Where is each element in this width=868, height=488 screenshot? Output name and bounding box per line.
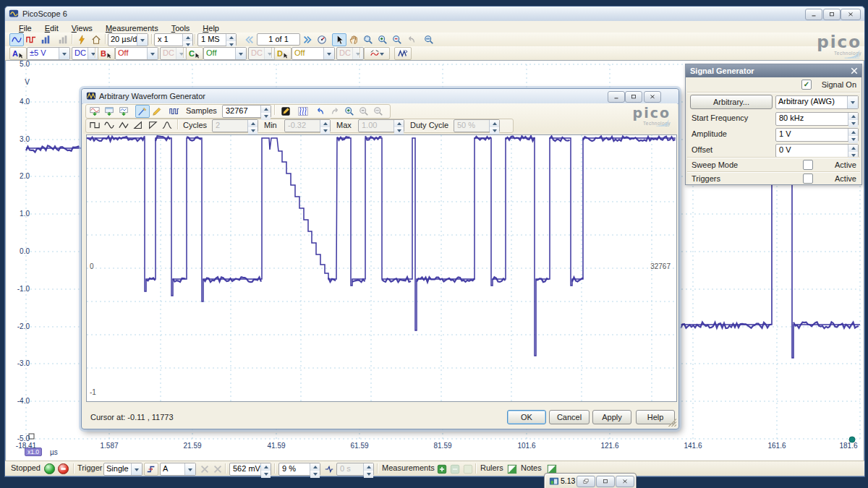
minimize-button[interactable]	[805, 9, 822, 20]
awg-editor-button[interactable]	[394, 47, 412, 60]
shape-triangle-button[interactable]	[116, 119, 131, 132]
zoom-out-tool[interactable]	[390, 33, 404, 46]
shape-square-button[interactable]	[88, 119, 102, 132]
shape-sine-button[interactable]	[102, 119, 116, 132]
menu-item-help[interactable]: Help	[196, 23, 226, 33]
zoom-factor-stepper[interactable]: x 1	[154, 33, 193, 46]
scope-view-button[interactable]	[9, 33, 24, 46]
sweep-mode-checkbox[interactable]	[803, 160, 813, 170]
close-button[interactable]	[841, 9, 861, 20]
undo-button[interactable]	[313, 105, 328, 118]
smooth-mode-button[interactable]	[278, 105, 293, 118]
math-channels-button[interactable]	[364, 47, 390, 60]
start-capture-button[interactable]	[44, 463, 55, 474]
spin-down-icon[interactable]	[848, 120, 858, 127]
siggen-start-frequency-stepper[interactable]: 80 kHz	[775, 112, 859, 126]
sample-count-stepper[interactable]: 1 MS	[197, 33, 237, 46]
freehand-draw-tool[interactable]	[150, 105, 164, 118]
spin-down-icon[interactable]	[310, 471, 320, 478]
menu-item-file[interactable]: File	[12, 23, 38, 33]
wave-type-select[interactable]: Arbitrary (AWG)	[775, 95, 859, 109]
spin-down-icon[interactable]	[261, 113, 271, 120]
samples-stepper[interactable]: 32767	[222, 105, 271, 118]
add-measurement-button[interactable]	[435, 463, 449, 476]
spin-up-icon[interactable]	[848, 129, 858, 136]
trigger-delay-icon[interactable]	[322, 463, 336, 476]
spin-up-icon[interactable]	[310, 463, 320, 471]
channel-a-range-select[interactable]: ±5 V	[27, 47, 70, 60]
channel-b-range-select[interactable]: Off	[115, 47, 158, 60]
buffer-page-indicator[interactable]: 1 of 1	[257, 33, 300, 46]
stop-capture-button[interactable]	[58, 463, 69, 474]
background-maximize-button[interactable]	[596, 476, 615, 487]
close-icon[interactable]	[850, 67, 859, 75]
home-button[interactable]	[89, 33, 103, 46]
arbitrary-settings-button[interactable]: Arbitrary...	[690, 95, 773, 109]
spin-down-icon[interactable]	[848, 152, 858, 159]
maximize-button[interactable]	[823, 9, 841, 20]
pretrigger-stepper[interactable]: 9 %	[278, 463, 320, 476]
channel-d-button[interactable]: D	[274, 47, 292, 60]
awg-maximize-button[interactable]	[625, 91, 642, 103]
awg-dialog-titlebar[interactable]: Arbitrary Waveform Generator	[82, 89, 678, 104]
chevron-down-icon[interactable]	[847, 96, 858, 108]
trigger-source-select[interactable]: A	[160, 463, 196, 476]
hand-pan-tool[interactable]	[346, 33, 361, 46]
menu-item-edit[interactable]: Edit	[38, 23, 65, 33]
awg-close-button[interactable]	[644, 91, 661, 103]
spin-up-icon[interactable]	[848, 145, 858, 152]
normal-cursor-tool[interactable]	[332, 33, 346, 46]
trigger-level-stepper[interactable]: 562 mV	[229, 463, 271, 476]
auto-setup-button[interactable]	[75, 33, 89, 46]
chevron-down-icon[interactable]	[88, 48, 98, 59]
awg-minimize-button[interactable]	[608, 91, 625, 103]
import-file-button[interactable]	[102, 105, 116, 118]
shape-ramp-up-button[interactable]	[131, 119, 145, 132]
spin-down-icon[interactable]	[848, 136, 858, 143]
channel-b-button[interactable]: B	[98, 47, 115, 60]
chevron-down-icon[interactable]	[147, 48, 158, 59]
awg-waveform-editor[interactable]: 0 32767 -1	[86, 134, 677, 402]
menu-item-views[interactable]: Views	[65, 23, 99, 33]
awg-zoom-in-tool[interactable]	[342, 105, 357, 118]
background-window-titlebar[interactable]: 5.13	[544, 473, 637, 488]
chevron-down-icon[interactable]	[137, 34, 148, 46]
zoom-in-tool[interactable]	[375, 33, 390, 46]
import-from-scope-button[interactable]	[88, 105, 102, 118]
ok-button[interactable]: OK	[507, 410, 546, 424]
spin-down-icon[interactable]	[261, 471, 271, 478]
shape-gaussian-button[interactable]	[160, 119, 174, 132]
spin-up-icon[interactable]	[261, 463, 271, 471]
buffer-navigator-icon[interactable]	[315, 33, 329, 46]
siggen-amplitude-stepper[interactable]: 1 V	[775, 128, 859, 142]
next-buffer-button[interactable]	[300, 33, 315, 46]
spectrum-view-button[interactable]	[24, 33, 38, 46]
trigger-mode-select[interactable]: Single	[103, 463, 142, 476]
apply-button[interactable]: Apply	[592, 410, 631, 424]
spin-up-icon[interactable]	[848, 113, 858, 120]
cancel-button[interactable]: Cancel	[549, 410, 590, 424]
import-channel-button[interactable]	[116, 105, 131, 118]
spin-up-icon[interactable]	[261, 106, 271, 113]
background-restore-button[interactable]	[576, 476, 595, 487]
timebase-select[interactable]: 20 µs/div	[108, 33, 148, 46]
shape-ramp-down-button[interactable]	[145, 119, 160, 132]
chevron-down-icon[interactable]	[59, 48, 69, 59]
chevron-down-icon[interactable]	[131, 463, 142, 475]
spin-up-icon[interactable]	[226, 34, 236, 41]
trigger-edge-button[interactable]	[144, 463, 158, 476]
zoom-full-tool[interactable]	[422, 33, 436, 46]
channel-a-button[interactable]: A	[9, 47, 27, 60]
channel-c-range-select[interactable]: Off	[203, 47, 247, 60]
chevron-down-icon[interactable]	[184, 463, 195, 475]
background-close-button[interactable]	[616, 476, 634, 487]
persistence-view-button[interactable]	[38, 33, 53, 46]
menu-item-tools[interactable]: Tools	[165, 23, 197, 33]
rulers-button[interactable]	[505, 463, 519, 476]
triggers-checkbox[interactable]	[803, 174, 813, 184]
multi-cycle-preview-button[interactable]	[294, 105, 312, 118]
chevron-down-icon[interactable]	[235, 48, 246, 59]
channel-d-range-select[interactable]: Off	[292, 47, 335, 60]
siggen-offset-stepper[interactable]: 0 V	[775, 144, 859, 158]
channel-c-button[interactable]: C	[186, 47, 203, 60]
